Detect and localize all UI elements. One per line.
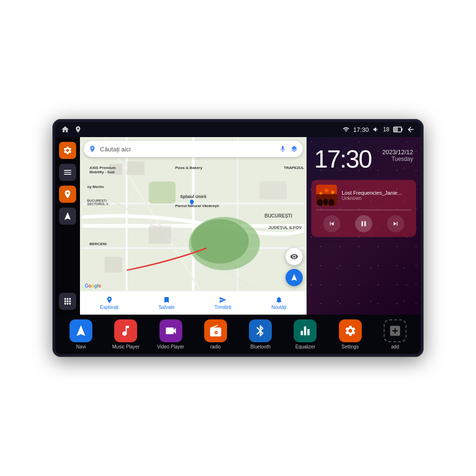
map-eye-btn[interactable] (286, 248, 303, 265)
svg-point-23 (323, 198, 328, 205)
map-pin-parc (188, 199, 195, 206)
layers-icon[interactable] (290, 145, 298, 153)
svg-rect-16 (127, 161, 144, 175)
svg-rect-1 (402, 129, 403, 131)
status-time: 17:30 (353, 126, 369, 133)
music-info: Lost Frequencies_Janie... Unknown (316, 185, 411, 206)
app-bluetooth[interactable]: Bluetooth (239, 319, 281, 349)
sidebar-apps-btn[interactable] (59, 293, 76, 310)
bluetooth-label: Bluetooth (250, 344, 270, 349)
map-nav-fab[interactable] (286, 269, 303, 286)
sidebar-nav-btn[interactable] (59, 208, 76, 225)
music-thumb-art (316, 185, 337, 206)
settings-icon-btn (339, 319, 362, 342)
map-nav-noutati[interactable]: Noutăți (271, 296, 287, 310)
equalizer-label: Equalizer (296, 344, 316, 349)
sidebar-map-btn[interactable] (59, 186, 76, 203)
svg-rect-19 (260, 181, 287, 199)
radio-label: radio (210, 344, 221, 349)
app-equalizer[interactable]: Equalizer (284, 319, 326, 349)
navi-label: Navi (76, 344, 86, 349)
music-icon (114, 319, 137, 342)
map-label-pizza: Pizza & Bakery (175, 166, 202, 170)
map-label-sect4: BUCUREȘTISECTORUL 4 (87, 199, 108, 206)
map-nav-explora-label: Explorați (100, 305, 119, 310)
map-label-berceni: BERCENI (89, 242, 107, 246)
home-icon (61, 125, 69, 134)
navi-icon (69, 319, 92, 342)
video-icon (159, 319, 182, 342)
map-nav-salvate[interactable]: Salvate (159, 296, 174, 310)
map-label-parc: Parcul Natural Văcărești (175, 204, 219, 208)
music-artist: Unknown (342, 196, 411, 201)
map-label-splaiul: Splaiul Unirii (180, 194, 206, 199)
google-logo: Google (85, 283, 101, 288)
next-button[interactable] (387, 215, 404, 232)
right-panel: 17:30 2023/12/12 Tuesday (307, 137, 421, 315)
app-navi[interactable]: Navi (60, 319, 102, 349)
map-label-buc: BUCUREȘTI (265, 213, 292, 218)
battery-icon (393, 127, 403, 132)
map-search-text: Căutați aici (100, 146, 275, 153)
app-music[interactable]: Music Player (105, 319, 147, 349)
svg-rect-2 (394, 128, 398, 131)
radio-icon-btn (204, 319, 227, 342)
map-container: AXIS PremiumMobility - Sud Pizza & Baker… (80, 137, 307, 315)
clock-date: 2023/12/12 Tuesday (382, 149, 413, 162)
map-nav-trimiteti[interactable]: Trimiteți (215, 296, 231, 310)
main-content: AXIS PremiumMobility - Sud Pizza & Baker… (55, 137, 421, 315)
volume-icon (373, 126, 379, 133)
svg-rect-17 (149, 226, 171, 244)
status-bar: 17:30 18 (55, 122, 421, 137)
map-area: AXIS PremiumMobility - Sud Pizza & Baker… (80, 137, 307, 315)
app-settings[interactable]: Settings (329, 319, 371, 349)
map-nav-noutati-label: Noutăți (271, 305, 287, 310)
add-label: add (391, 344, 399, 349)
map-nav-trimiteti-label: Trimiteți (215, 305, 231, 310)
music-title: Lost Frequencies_Janie... (342, 190, 411, 196)
map-nav-salvate-label: Salvate (159, 305, 174, 310)
map-label-merlin: oy Merlin (87, 185, 104, 189)
map-nav-explora[interactable]: Explorați (100, 296, 119, 310)
clock-date-value: 2023/12/12 (382, 149, 413, 156)
music-art-svg (316, 185, 337, 206)
svg-point-26 (325, 188, 328, 192)
battery-level: 18 (383, 126, 389, 133)
map-search-bar[interactable]: Căutați aici (84, 141, 303, 157)
back-icon[interactable] (407, 125, 415, 134)
pause-button[interactable] (355, 215, 372, 232)
status-bar-left (61, 125, 82, 134)
add-icon (384, 319, 407, 342)
svg-rect-18 (105, 257, 122, 273)
clock-day: Tuesday (382, 156, 413, 162)
app-grid-section: Navi Music Player (55, 315, 421, 354)
music-controls (316, 215, 411, 232)
app-video[interactable]: Video Player (150, 319, 192, 349)
location-icon (74, 126, 82, 133)
music-thumbnail (316, 185, 337, 206)
prev-button[interactable] (323, 215, 340, 232)
svg-point-27 (331, 191, 334, 194)
app-radio[interactable]: radio (195, 319, 237, 349)
device-frame: 17:30 18 (52, 119, 424, 357)
map-label-axis: AXIS PremiumMobility - Sud (89, 166, 116, 174)
music-details: Lost Frequencies_Janie... Unknown (342, 190, 411, 201)
app-add[interactable]: add (374, 319, 416, 349)
map-label-ilfov: JUDEȚUL ILFOV (268, 225, 302, 230)
sidebar (55, 137, 80, 315)
music-section: Lost Frequencies_Janie... Unknown (311, 180, 416, 237)
sidebar-settings-btn[interactable] (59, 142, 76, 159)
music-label: Music Player (112, 344, 139, 349)
signal-icon (343, 126, 349, 133)
clock-section: 17:30 2023/12/12 Tuesday (307, 137, 421, 176)
video-label: Video Player (157, 344, 184, 349)
svg-point-13 (191, 219, 248, 264)
google-map-pin-icon (89, 145, 96, 153)
map-label-trapez: TRAPEZUL (284, 166, 304, 170)
equalizer-icon (294, 319, 317, 342)
svg-rect-14 (149, 181, 176, 204)
music-progress-bar (316, 209, 411, 210)
sidebar-menu-btn[interactable] (59, 164, 76, 181)
map-bottom-nav: Explorați Salvate Trimiteți Noutăți (80, 291, 307, 315)
mic-icon[interactable] (279, 145, 287, 153)
